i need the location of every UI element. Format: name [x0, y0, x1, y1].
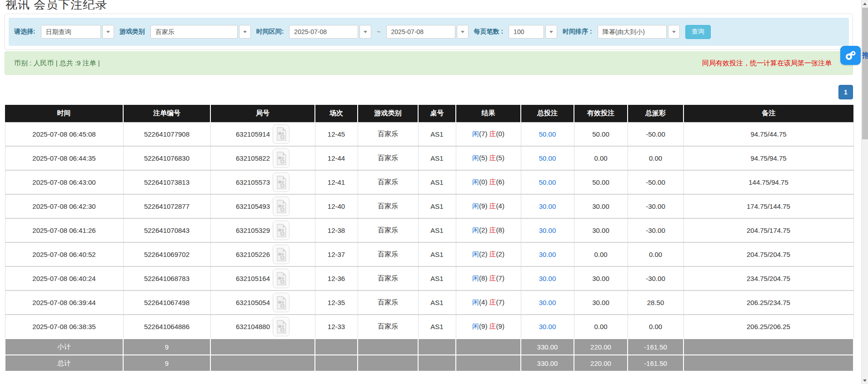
per-page-select[interactable]: 100 [509, 25, 557, 39]
header-round-id: 局号 [210, 105, 315, 122]
cell-payout: 0.00 [628, 242, 683, 266]
date-to-dropdown-button[interactable] [457, 25, 469, 39]
scrollbar-down-button[interactable] [862, 377, 868, 384]
table-summary-row: 小计 9 330.00 220.00 -161.50 [5, 339, 853, 355]
result-banker-label: 庄 [489, 154, 496, 162]
date-from-dropdown-button[interactable] [359, 25, 371, 39]
cell-game-type: 百家乐 [358, 242, 418, 266]
cell-bet-id: 522641068783 [123, 266, 210, 290]
video-replay-button[interactable] [273, 317, 289, 336]
video-file-icon [276, 248, 287, 261]
round-id-text: 632105493 [236, 202, 270, 210]
total-bet-link[interactable]: 30.00 [539, 323, 556, 330]
cell-note: 94.75/94.75 [683, 146, 853, 170]
cell-total-bet: 30.00 [521, 315, 574, 339]
video-replay-button[interactable] [273, 197, 289, 216]
cell-session: 12-38 [315, 218, 358, 242]
cell-total-bet: 30.00 [521, 290, 574, 315]
table-row: 2025-07-08 06:40:24 522641068783 6321051… [5, 266, 853, 290]
table-row: 2025-07-08 06:39:44 522641067498 6321050… [5, 290, 853, 315]
total-bet-link[interactable]: 30.00 [539, 275, 556, 282]
total-bet-link[interactable]: 30.00 [539, 299, 556, 306]
summary-label: 小计 [5, 339, 123, 355]
arrow-up-icon [863, 3, 867, 5]
summary-count: 9 [123, 339, 210, 355]
video-replay-button[interactable] [273, 172, 289, 192]
query-type-value[interactable]: 日期查询 [41, 25, 101, 39]
result-player-points: (8) [479, 274, 487, 282]
cell-session: 12-36 [315, 266, 358, 290]
cell-bet-id: 522641073813 [123, 170, 210, 194]
time-sort-value[interactable]: 降幂(由大到小) [598, 25, 667, 39]
cell-time: 2025-07-08 06:40:52 [5, 242, 123, 266]
total-bet-link[interactable]: 50.00 [539, 130, 556, 138]
drag-handle-label[interactable]: 拖 [862, 51, 868, 60]
total-bet-link[interactable]: 30.00 [539, 226, 556, 234]
video-file-icon [276, 296, 287, 310]
chevron-down-icon [461, 31, 464, 33]
video-replay-button[interactable] [273, 269, 289, 288]
cell-result: 闲(0) 庄(6) [456, 170, 521, 194]
result-banker-points: (6) [496, 178, 504, 186]
cell-game-type: 百家乐 [358, 122, 418, 146]
video-replay-button[interactable] [273, 148, 289, 168]
result-banker-label: 庄 [489, 130, 496, 138]
video-replay-button[interactable] [273, 245, 289, 264]
scrollbar-thumb[interactable] [862, 8, 868, 139]
cell-note: 144.75/94.75 [683, 170, 853, 194]
header-note: 备注 [683, 105, 853, 122]
cell-valid-bet: 0.00 [574, 242, 628, 266]
total-bet-link[interactable]: 30.00 [539, 202, 556, 210]
result-player-points: (0) [479, 178, 487, 186]
cell-time: 2025-07-08 06:39:44 [5, 290, 123, 315]
round-id-text: 632105054 [236, 299, 270, 306]
date-from-select[interactable]: 2025-07-08 [289, 25, 371, 39]
cell-bet-id: 522641070843 [123, 218, 210, 242]
total-bet-link[interactable]: 30.00 [539, 251, 556, 258]
round-id-text: 632105573 [236, 178, 270, 186]
query-type-select[interactable]: 日期查询 [41, 25, 114, 39]
cell-game-type: 百家乐 [358, 290, 418, 315]
game-type-dropdown-button[interactable] [239, 25, 251, 39]
result-banker-label: 庄 [489, 322, 496, 330]
result-player-label: 闲 [472, 130, 479, 138]
cell-game-type: 百家乐 [358, 218, 418, 242]
bet-records-table: 时间 注单编号 局号 场次 游戏类别 桌号 结果 总投注 有效投注 总派彩 备注… [5, 105, 854, 372]
game-type-value[interactable]: 百家乐 [150, 25, 238, 39]
scrollbar-up-button[interactable] [862, 0, 868, 7]
video-replay-button[interactable] [273, 221, 289, 240]
time-sort-select[interactable]: 降幂(由大到小) [598, 25, 680, 39]
per-page-dropdown-button[interactable] [545, 25, 557, 39]
video-replay-button[interactable] [273, 293, 289, 312]
cell-payout: -30.00 [628, 266, 683, 290]
date-to-value[interactable]: 2025-07-08 [386, 25, 455, 39]
date-from-value[interactable]: 2025-07-08 [289, 25, 358, 39]
cloud-save-widget: 拖 [840, 46, 868, 65]
table-row: 2025-07-08 06:42:30 522641072877 6321054… [5, 194, 853, 218]
search-button[interactable]: 查询 [685, 25, 711, 39]
result-banker-points: (5) [496, 154, 504, 162]
cell-session: 12-37 [315, 242, 358, 266]
table-row: 2025-07-08 06:43:00 522641073813 6321055… [5, 170, 853, 194]
cell-result: 闲(8) 庄(7) [456, 266, 521, 290]
per-page-label: 每页笔数 : [474, 28, 504, 36]
cell-payout: -30.00 [628, 194, 683, 218]
page-1-button[interactable]: 1 [838, 85, 853, 99]
time-sort-label: 时间排序 : [563, 28, 592, 36]
cell-bet-id: 522641076830 [123, 146, 210, 170]
game-type-select[interactable]: 百家乐 [150, 25, 251, 39]
cell-session: 12-40 [315, 194, 358, 218]
total-bet-link[interactable]: 50.00 [539, 178, 556, 186]
time-sort-dropdown-button[interactable] [668, 25, 680, 39]
game-type-label: 游戏类别 [120, 28, 145, 36]
cloud-save-button[interactable] [840, 46, 861, 65]
cell-note: 206.25/234.75 [683, 290, 853, 315]
total-bet-link[interactable]: 50.00 [539, 154, 556, 162]
date-to-select[interactable]: 2025-07-08 [386, 25, 469, 39]
result-player-points: (2) [479, 226, 487, 234]
per-page-value[interactable]: 100 [509, 25, 544, 39]
table-body: 2025-07-08 06:45:08 522641077908 6321059… [5, 122, 853, 339]
table-summary-row: 总计 9 330.00 220.00 -161.50 [5, 355, 853, 371]
video-replay-button[interactable] [273, 124, 289, 144]
query-type-dropdown-button[interactable] [102, 25, 114, 39]
